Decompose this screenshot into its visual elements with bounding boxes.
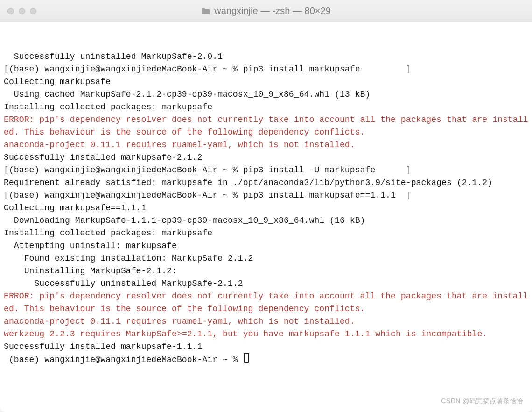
watermark: CSDN @码完搞点薯条恰恰 bbox=[441, 395, 524, 407]
error-line: ERROR: pip's dependency resolver does no… bbox=[4, 114, 530, 139]
close-button[interactable] bbox=[7, 8, 14, 14]
output-line: Collecting markupsafe bbox=[4, 76, 530, 88]
output-line: Downloading MarkupSafe-1.1.1-cp39-cp39-m… bbox=[4, 214, 530, 227]
error-line: anaconda-project 0.11.1 requires ruamel-… bbox=[4, 315, 530, 328]
output-line: Installing collected packages: markupsaf… bbox=[4, 227, 530, 240]
window-title-area: wangxinjie — -zsh — 80×29 bbox=[36, 6, 496, 16]
output-line: Attempting uninstall: markupsafe bbox=[4, 240, 530, 252]
bracket-left: [ bbox=[4, 64, 9, 74]
prompt-line: [(base) wangxinjie@wangxinjiedeMacBook-A… bbox=[4, 63, 530, 76]
error-line: werkzeug 2.2.3 requires MarkupSafe>=2.1.… bbox=[4, 328, 530, 341]
output-line: Collecting markupsafe==1.1.1 bbox=[4, 202, 530, 214]
window-title: wangxinjie — -zsh — 80×29 bbox=[214, 6, 331, 16]
output-line: Installing collected packages: markupsaf… bbox=[4, 101, 530, 114]
prompt-line: [(base) wangxinjie@wangxinjiedeMacBook-A… bbox=[4, 189, 530, 202]
output-line: Using cached MarkupSafe-2.1.2-cp39-cp39-… bbox=[4, 88, 530, 101]
output-line: Successfully uninstalled MarkupSafe-2.0.… bbox=[4, 50, 530, 63]
output-line: Successfully installed markupsafe-2.1.2 bbox=[4, 151, 530, 164]
bracket-right: ] bbox=[406, 64, 411, 74]
bracket-left: [ bbox=[4, 165, 9, 175]
error-line: ERROR: pip's dependency resolver does no… bbox=[4, 290, 530, 315]
output-line: Requirement already satisfied: markupsaf… bbox=[4, 177, 530, 189]
output-line: Found existing installation: MarkupSafe … bbox=[4, 252, 530, 265]
minimize-button[interactable] bbox=[19, 8, 25, 14]
traffic-lights bbox=[7, 8, 36, 14]
cursor bbox=[244, 353, 249, 363]
terminal-window: wangxinjie — -zsh — 80×29 Successfully u… bbox=[0, 0, 532, 412]
prompt-line: [(base) wangxinjie@wangxinjiedeMacBook-A… bbox=[4, 164, 530, 177]
bracket-left: [ bbox=[4, 191, 9, 200]
titlebar[interactable]: wangxinjie — -zsh — 80×29 bbox=[0, 0, 532, 22]
bracket-right: ] bbox=[406, 165, 411, 175]
output-line: Successfully installed markupsafe-1.1.1 bbox=[4, 341, 530, 353]
error-line: anaconda-project 0.11.1 requires ruamel-… bbox=[4, 139, 530, 151]
terminal-output[interactable]: Successfully uninstalled MarkupSafe-2.0.… bbox=[0, 22, 532, 412]
maximize-button[interactable] bbox=[30, 8, 36, 14]
folder-icon bbox=[201, 7, 210, 15]
bracket-right: ] bbox=[406, 191, 411, 200]
output-line: Successfully uninstalled MarkupSafe-2.1.… bbox=[4, 277, 530, 290]
prompt-line: (base) wangxinjie@wangxinjiedeMacBook-Ai… bbox=[4, 353, 530, 366]
output-line: Uninstalling MarkupSafe-2.1.2: bbox=[4, 265, 530, 277]
